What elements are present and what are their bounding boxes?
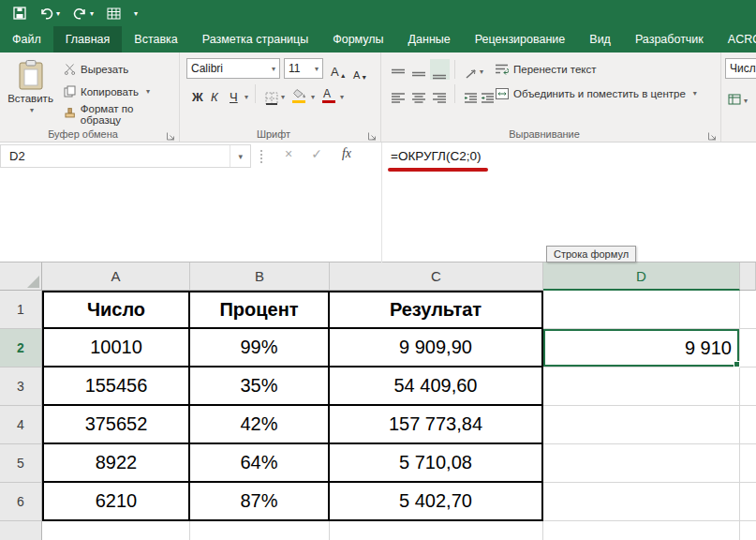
cell-E2[interactable] — [740, 329, 756, 368]
save-icon[interactable] — [13, 7, 26, 20]
alignment-dialog-launcher-icon[interactable] — [707, 128, 718, 139]
tab-view[interactable]: Вид — [577, 26, 623, 52]
formula-input[interactable]: =ОКРУГЛ(C2;0) — [391, 149, 481, 163]
align-bottom-button[interactable] — [430, 59, 450, 80]
orientation-dropdown-caret[interactable]: ▾ — [480, 68, 483, 76]
bold-button[interactable]: Ж — [189, 83, 206, 104]
enter-check-icon[interactable]: ✓ — [305, 146, 328, 161]
cell-C7[interactable] — [330, 521, 543, 540]
cell-A4[interactable]: 375652 — [42, 406, 190, 444]
font-family-select[interactable]: Calibri▾ — [186, 58, 280, 79]
tab-file[interactable]: Файл — [0, 26, 53, 52]
cell-E5[interactable] — [740, 444, 756, 483]
italic-button[interactable]: К — [208, 83, 221, 104]
font-size-select[interactable]: 11▾ — [284, 58, 323, 79]
cut-button[interactable]: Вырезать — [60, 58, 132, 80]
cell-C6[interactable]: 5 402,70 — [330, 483, 543, 521]
tab-review[interactable]: Рецензирование — [463, 26, 578, 52]
cell-D1[interactable] — [543, 291, 740, 329]
fill-color-button[interactable] — [290, 83, 309, 104]
column-header-E[interactable] — [740, 262, 756, 291]
wrap-text-button[interactable]: Перенести текст — [496, 58, 597, 80]
cell-C1[interactable]: Результат — [330, 291, 543, 329]
undo-icon[interactable]: ▾ — [39, 8, 60, 20]
font-color-button[interactable]: А — [320, 83, 334, 104]
increase-indent-button[interactable] — [479, 83, 497, 104]
cancel-icon[interactable]: × — [277, 146, 300, 161]
borders-button[interactable] — [262, 84, 281, 105]
copy-button[interactable]: Копировать ▾ — [60, 81, 154, 102]
redo-icon[interactable]: ▾ — [73, 8, 94, 20]
align-top-button[interactable] — [389, 59, 408, 80]
tab-formulas[interactable]: Формулы — [320, 26, 395, 52]
name-box-dropdown-caret[interactable]: ▾ — [230, 145, 250, 167]
align-center-button[interactable] — [409, 83, 429, 104]
cell-B1[interactable]: Процент — [190, 291, 330, 329]
accounting-format-button[interactable]: ▾ — [725, 84, 750, 105]
tab-insert[interactable]: Вставка — [122, 26, 189, 52]
cell-E1[interactable] — [740, 291, 756, 329]
merge-center-button[interactable]: Объединить и поместить в центре ▾ — [496, 82, 697, 104]
cell-E4[interactable] — [740, 406, 756, 444]
cell-C3[interactable]: 54 409,60 — [330, 368, 543, 406]
cell-B2[interactable]: 99% — [190, 329, 330, 368]
cell-C5[interactable]: 5 710,08 — [330, 444, 543, 483]
cell-B3[interactable]: 35% — [190, 368, 330, 406]
align-right-button[interactable] — [430, 83, 450, 104]
cell-A6[interactable]: 6210 — [42, 483, 190, 521]
column-header-D[interactable]: D — [543, 262, 740, 291]
fill-color-dropdown-caret[interactable]: ▾ — [311, 93, 315, 101]
row-header-1[interactable]: 1 — [0, 291, 42, 329]
tab-page-layout[interactable]: Разметка страницы — [190, 26, 320, 52]
cell-D6[interactable] — [543, 483, 740, 521]
increase-font-button[interactable]: А▲ — [328, 58, 349, 79]
underline-dropdown-caret[interactable]: ▾ — [245, 93, 248, 101]
align-middle-button[interactable] — [409, 59, 429, 80]
row-header-4[interactable]: 4 — [0, 406, 42, 444]
cell-E3[interactable] — [740, 368, 756, 406]
cell-A5[interactable]: 8922 — [42, 444, 190, 483]
cell-D5[interactable] — [543, 444, 740, 483]
table-icon[interactable] — [107, 8, 121, 20]
row-header-6[interactable]: 6 — [0, 483, 42, 521]
font-dialog-launcher-icon[interactable] — [367, 128, 378, 139]
cell-C4[interactable]: 157 773,84 — [330, 406, 543, 444]
cell-D7[interactable] — [543, 521, 740, 540]
tab-home[interactable]: Главная — [53, 26, 123, 52]
row-header-3[interactable]: 3 — [0, 368, 42, 406]
cell-B6[interactable]: 87% — [190, 483, 330, 521]
row-header-2[interactable]: 2 — [0, 329, 42, 368]
row-header-7[interactable] — [0, 521, 42, 540]
number-format-select[interactable]: Числ — [725, 58, 756, 79]
merge-dropdown-caret[interactable]: ▾ — [693, 89, 697, 98]
tab-acrobat[interactable]: ACROBAT — [716, 26, 756, 52]
fill-handle[interactable] — [734, 361, 740, 368]
redo-dropdown-caret[interactable]: ▾ — [90, 9, 94, 18]
tab-data[interactable]: Данные — [396, 26, 463, 52]
accounting-dropdown-caret[interactable]: ▾ — [744, 97, 748, 105]
cell-A3[interactable]: 155456 — [42, 368, 190, 406]
cell-C2[interactable]: 9 909,90 — [330, 329, 543, 368]
decrease-indent-button[interactable] — [462, 83, 481, 104]
formula-bar-divider[interactable] — [260, 150, 262, 163]
paste-button[interactable]: Вставить ▾ — [5, 56, 56, 135]
cell-D4[interactable] — [543, 406, 740, 444]
insert-function-button[interactable]: fx — [335, 146, 358, 161]
select-all-button[interactable] — [0, 262, 42, 291]
cell-B5[interactable]: 64% — [190, 444, 330, 483]
underline-button[interactable]: Ч — [227, 83, 241, 104]
format-painter-button[interactable]: Формат по образцу — [60, 103, 179, 125]
column-header-B[interactable]: B — [190, 262, 330, 291]
copy-dropdown-caret[interactable]: ▾ — [146, 87, 150, 96]
font-color-dropdown-caret[interactable]: ▾ — [340, 93, 344, 101]
clipboard-dialog-launcher-icon[interactable] — [166, 128, 176, 139]
paste-dropdown-caret[interactable]: ▾ — [30, 106, 34, 114]
orientation-button[interactable] — [462, 59, 481, 80]
cell-E6[interactable] — [740, 483, 756, 521]
customize-qat-caret[interactable]: ▾ — [134, 9, 138, 18]
cell-E7[interactable] — [740, 521, 756, 540]
cell-B4[interactable]: 42% — [190, 406, 330, 444]
cell-B7[interactable] — [190, 521, 330, 540]
borders-dropdown-caret[interactable]: ▾ — [281, 93, 285, 101]
tab-developer[interactable]: Разработчик — [623, 26, 716, 52]
